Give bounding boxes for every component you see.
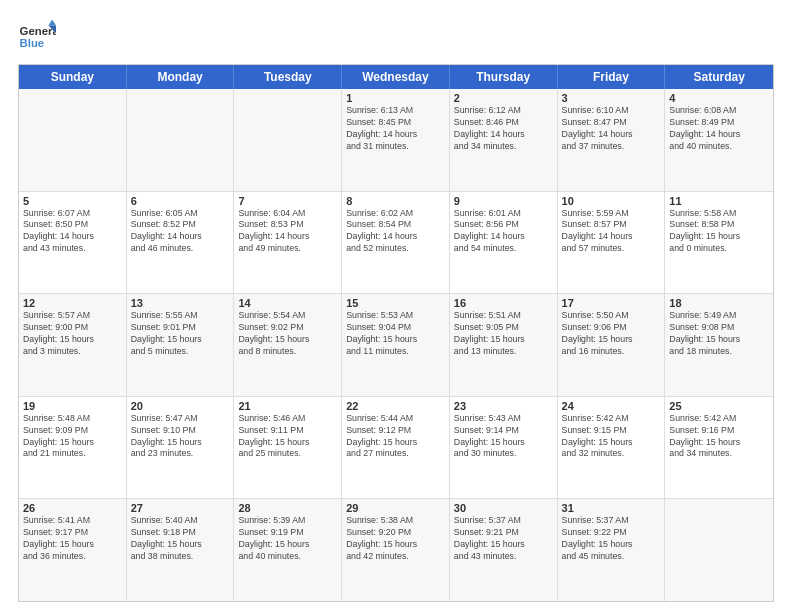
calendar-day-4: 4Sunrise: 6:08 AMSunset: 8:49 PMDaylight… (665, 89, 773, 191)
day-number: 21 (238, 400, 337, 412)
day-number: 7 (238, 195, 337, 207)
day-info: Sunrise: 5:37 AMSunset: 9:22 PMDaylight:… (562, 515, 661, 563)
day-header-sunday: Sunday (19, 65, 127, 89)
day-info: Sunrise: 5:41 AMSunset: 9:17 PMDaylight:… (23, 515, 122, 563)
day-info: Sunrise: 5:57 AMSunset: 9:00 PMDaylight:… (23, 310, 122, 358)
day-info: Sunrise: 5:48 AMSunset: 9:09 PMDaylight:… (23, 413, 122, 461)
day-info: Sunrise: 6:13 AMSunset: 8:45 PMDaylight:… (346, 105, 445, 153)
svg-text:Blue: Blue (20, 37, 45, 49)
calendar-day-5: 5Sunrise: 6:07 AMSunset: 8:50 PMDaylight… (19, 192, 127, 294)
day-number: 6 (131, 195, 230, 207)
day-header-thursday: Thursday (450, 65, 558, 89)
calendar-week-1: 1Sunrise: 6:13 AMSunset: 8:45 PMDaylight… (19, 89, 773, 192)
day-number: 22 (346, 400, 445, 412)
logo: General Blue (18, 18, 56, 56)
day-info: Sunrise: 5:44 AMSunset: 9:12 PMDaylight:… (346, 413, 445, 461)
day-info: Sunrise: 6:01 AMSunset: 8:56 PMDaylight:… (454, 208, 553, 256)
day-number: 31 (562, 502, 661, 514)
page: General Blue SundayMondayTuesdayWednesda… (0, 0, 792, 612)
calendar-day-13: 13Sunrise: 5:55 AMSunset: 9:01 PMDayligh… (127, 294, 235, 396)
day-info: Sunrise: 6:05 AMSunset: 8:52 PMDaylight:… (131, 208, 230, 256)
day-info: Sunrise: 6:02 AMSunset: 8:54 PMDaylight:… (346, 208, 445, 256)
day-info: Sunrise: 5:50 AMSunset: 9:06 PMDaylight:… (562, 310, 661, 358)
day-info: Sunrise: 5:59 AMSunset: 8:57 PMDaylight:… (562, 208, 661, 256)
calendar-day-8: 8Sunrise: 6:02 AMSunset: 8:54 PMDaylight… (342, 192, 450, 294)
day-number: 11 (669, 195, 769, 207)
calendar-day-empty (127, 89, 235, 191)
calendar-day-empty (19, 89, 127, 191)
calendar-day-31: 31Sunrise: 5:37 AMSunset: 9:22 PMDayligh… (558, 499, 666, 601)
calendar-day-1: 1Sunrise: 6:13 AMSunset: 8:45 PMDaylight… (342, 89, 450, 191)
calendar-week-4: 19Sunrise: 5:48 AMSunset: 9:09 PMDayligh… (19, 397, 773, 500)
day-info: Sunrise: 6:07 AMSunset: 8:50 PMDaylight:… (23, 208, 122, 256)
header: General Blue (18, 18, 774, 56)
day-info: Sunrise: 5:58 AMSunset: 8:58 PMDaylight:… (669, 208, 769, 256)
day-header-monday: Monday (127, 65, 235, 89)
day-number: 1 (346, 92, 445, 104)
calendar-day-3: 3Sunrise: 6:10 AMSunset: 8:47 PMDaylight… (558, 89, 666, 191)
calendar-day-12: 12Sunrise: 5:57 AMSunset: 9:00 PMDayligh… (19, 294, 127, 396)
day-number: 3 (562, 92, 661, 104)
day-header-friday: Friday (558, 65, 666, 89)
calendar-day-17: 17Sunrise: 5:50 AMSunset: 9:06 PMDayligh… (558, 294, 666, 396)
calendar-day-19: 19Sunrise: 5:48 AMSunset: 9:09 PMDayligh… (19, 397, 127, 499)
day-number: 17 (562, 297, 661, 309)
calendar-day-14: 14Sunrise: 5:54 AMSunset: 9:02 PMDayligh… (234, 294, 342, 396)
day-number: 13 (131, 297, 230, 309)
day-info: Sunrise: 6:08 AMSunset: 8:49 PMDaylight:… (669, 105, 769, 153)
day-info: Sunrise: 5:49 AMSunset: 9:08 PMDaylight:… (669, 310, 769, 358)
calendar-day-30: 30Sunrise: 5:37 AMSunset: 9:21 PMDayligh… (450, 499, 558, 601)
calendar-day-25: 25Sunrise: 5:42 AMSunset: 9:16 PMDayligh… (665, 397, 773, 499)
day-number: 8 (346, 195, 445, 207)
calendar-day-22: 22Sunrise: 5:44 AMSunset: 9:12 PMDayligh… (342, 397, 450, 499)
day-header-wednesday: Wednesday (342, 65, 450, 89)
day-number: 5 (23, 195, 122, 207)
calendar-body: 1Sunrise: 6:13 AMSunset: 8:45 PMDaylight… (19, 89, 773, 601)
day-info: Sunrise: 5:54 AMSunset: 9:02 PMDaylight:… (238, 310, 337, 358)
day-info: Sunrise: 5:51 AMSunset: 9:05 PMDaylight:… (454, 310, 553, 358)
calendar-day-16: 16Sunrise: 5:51 AMSunset: 9:05 PMDayligh… (450, 294, 558, 396)
day-info: Sunrise: 5:43 AMSunset: 9:14 PMDaylight:… (454, 413, 553, 461)
day-number: 14 (238, 297, 337, 309)
day-number: 2 (454, 92, 553, 104)
day-info: Sunrise: 5:40 AMSunset: 9:18 PMDaylight:… (131, 515, 230, 563)
day-number: 15 (346, 297, 445, 309)
day-info: Sunrise: 5:37 AMSunset: 9:21 PMDaylight:… (454, 515, 553, 563)
calendar-day-15: 15Sunrise: 5:53 AMSunset: 9:04 PMDayligh… (342, 294, 450, 396)
calendar-day-6: 6Sunrise: 6:05 AMSunset: 8:52 PMDaylight… (127, 192, 235, 294)
day-number: 10 (562, 195, 661, 207)
calendar-week-5: 26Sunrise: 5:41 AMSunset: 9:17 PMDayligh… (19, 499, 773, 601)
day-info: Sunrise: 6:04 AMSunset: 8:53 PMDaylight:… (238, 208, 337, 256)
day-number: 25 (669, 400, 769, 412)
day-header-saturday: Saturday (665, 65, 773, 89)
calendar-day-20: 20Sunrise: 5:47 AMSunset: 9:10 PMDayligh… (127, 397, 235, 499)
calendar-day-23: 23Sunrise: 5:43 AMSunset: 9:14 PMDayligh… (450, 397, 558, 499)
svg-marker-2 (48, 20, 56, 26)
day-number: 4 (669, 92, 769, 104)
day-header-tuesday: Tuesday (234, 65, 342, 89)
day-number: 19 (23, 400, 122, 412)
calendar-header: SundayMondayTuesdayWednesdayThursdayFrid… (19, 65, 773, 89)
calendar-week-2: 5Sunrise: 6:07 AMSunset: 8:50 PMDaylight… (19, 192, 773, 295)
calendar-day-29: 29Sunrise: 5:38 AMSunset: 9:20 PMDayligh… (342, 499, 450, 601)
day-number: 26 (23, 502, 122, 514)
day-info: Sunrise: 5:42 AMSunset: 9:15 PMDaylight:… (562, 413, 661, 461)
day-number: 23 (454, 400, 553, 412)
calendar-day-26: 26Sunrise: 5:41 AMSunset: 9:17 PMDayligh… (19, 499, 127, 601)
calendar-day-2: 2Sunrise: 6:12 AMSunset: 8:46 PMDaylight… (450, 89, 558, 191)
day-number: 29 (346, 502, 445, 514)
day-info: Sunrise: 6:10 AMSunset: 8:47 PMDaylight:… (562, 105, 661, 153)
day-info: Sunrise: 5:47 AMSunset: 9:10 PMDaylight:… (131, 413, 230, 461)
calendar-week-3: 12Sunrise: 5:57 AMSunset: 9:00 PMDayligh… (19, 294, 773, 397)
day-number: 20 (131, 400, 230, 412)
day-number: 9 (454, 195, 553, 207)
day-info: Sunrise: 5:55 AMSunset: 9:01 PMDaylight:… (131, 310, 230, 358)
day-info: Sunrise: 5:39 AMSunset: 9:19 PMDaylight:… (238, 515, 337, 563)
day-number: 28 (238, 502, 337, 514)
day-number: 27 (131, 502, 230, 514)
calendar-day-28: 28Sunrise: 5:39 AMSunset: 9:19 PMDayligh… (234, 499, 342, 601)
day-number: 30 (454, 502, 553, 514)
calendar: SundayMondayTuesdayWednesdayThursdayFrid… (18, 64, 774, 602)
day-info: Sunrise: 5:42 AMSunset: 9:16 PMDaylight:… (669, 413, 769, 461)
day-info: Sunrise: 5:46 AMSunset: 9:11 PMDaylight:… (238, 413, 337, 461)
